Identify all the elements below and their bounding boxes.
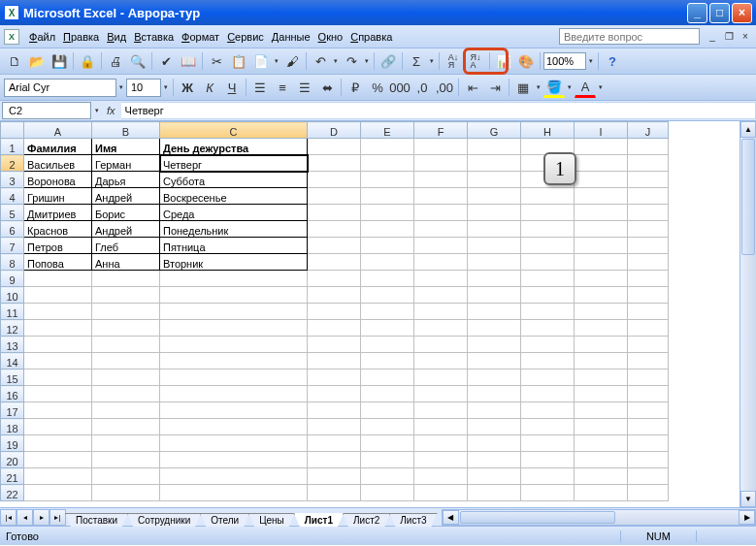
doc-close-button[interactable]: ×	[739, 30, 752, 44]
column-header-B[interactable]: B	[92, 122, 160, 139]
cell-D18[interactable]	[308, 419, 361, 435]
cell-D1[interactable]	[308, 139, 361, 155]
doc-minimize-button[interactable]: _	[706, 30, 719, 44]
formula-input[interactable]: Четверг	[121, 102, 756, 119]
cell-A13[interactable]	[24, 337, 92, 353]
font-size-box[interactable]: 10	[126, 79, 161, 97]
tab-nav-last[interactable]: ▸|	[49, 509, 66, 526]
cell-I16[interactable]	[575, 386, 628, 402]
column-header-H[interactable]: H	[521, 122, 575, 139]
cell-A14[interactable]	[24, 353, 92, 369]
cell-I11[interactable]	[575, 304, 628, 320]
cell-G13[interactable]	[468, 337, 521, 353]
row-header-7[interactable]: 7	[1, 238, 24, 254]
currency-button[interactable]: ₽	[345, 77, 366, 98]
cell-H10[interactable]	[521, 287, 575, 304]
zoom-dropdown[interactable]: ▾	[587, 57, 595, 65]
cell-I19[interactable]	[575, 435, 628, 452]
cell-A1[interactable]: Фамилия	[24, 139, 92, 155]
cell-E13[interactable]	[361, 337, 414, 353]
cell-I9[interactable]	[575, 271, 628, 287]
cell-J8[interactable]	[628, 254, 669, 271]
comma-button[interactable]: 000	[389, 77, 411, 98]
cell-B22[interactable]	[92, 485, 160, 501]
cell-F18[interactable]	[414, 419, 468, 435]
menu-правка[interactable]: Правка	[59, 29, 103, 45]
hscroll-thumb[interactable]	[460, 511, 615, 524]
cell-E9[interactable]	[361, 271, 414, 287]
cell-J3[interactable]	[628, 172, 669, 188]
cell-A21[interactable]	[24, 468, 92, 485]
print-preview-button[interactable]: 🔍	[127, 50, 148, 72]
cell-A11[interactable]	[24, 304, 92, 320]
cell-B17[interactable]	[92, 402, 160, 419]
cell-J11[interactable]	[628, 304, 669, 320]
cell-H21[interactable]	[521, 468, 575, 485]
tab-nav-prev[interactable]: ◂	[16, 509, 33, 526]
cell-J16[interactable]	[628, 386, 669, 402]
cell-E15[interactable]	[361, 369, 414, 386]
cell-E4[interactable]	[361, 188, 414, 205]
cell-C5[interactable]: Среда	[160, 205, 308, 221]
row-header-21[interactable]: 21	[1, 468, 24, 485]
cell-B13[interactable]	[92, 337, 160, 353]
column-header-D[interactable]: D	[308, 122, 361, 139]
cell-I4[interactable]	[575, 188, 628, 205]
row-header-14[interactable]: 14	[1, 353, 24, 369]
menu-данные[interactable]: Данные	[268, 29, 314, 45]
cell-H7[interactable]	[521, 238, 575, 254]
vscroll-thumb[interactable]	[741, 139, 755, 255]
cell-B5[interactable]: Борис	[92, 205, 160, 221]
cell-G3[interactable]	[468, 172, 521, 188]
cell-I8[interactable]	[575, 254, 628, 271]
cell-H8[interactable]	[521, 254, 575, 271]
borders-dropdown[interactable]: ▾	[535, 83, 542, 91]
cell-C11[interactable]	[160, 304, 308, 320]
italic-button[interactable]: К	[199, 77, 220, 98]
undo-dropdown[interactable]: ▾	[332, 57, 340, 65]
font-color-button[interactable]: A	[575, 77, 596, 98]
cell-A9[interactable]	[24, 271, 92, 287]
cell-E19[interactable]	[361, 435, 414, 452]
cell-A2[interactable]: Васильев	[24, 155, 92, 172]
cell-F5[interactable]	[414, 205, 468, 221]
scroll-up-button[interactable]: ▲	[740, 121, 756, 138]
format-painter-button[interactable]: 🖌	[281, 50, 303, 72]
menu-окно[interactable]: Окно	[314, 29, 347, 45]
cell-F2[interactable]	[414, 155, 468, 172]
cell-B6[interactable]: Андрей	[92, 221, 160, 238]
cell-B21[interactable]	[92, 468, 160, 485]
cell-E10[interactable]	[361, 287, 414, 304]
cell-B9[interactable]	[92, 271, 160, 287]
cell-I6[interactable]	[575, 221, 628, 238]
cell-J1[interactable]	[628, 139, 669, 155]
cell-C15[interactable]	[160, 369, 308, 386]
column-header-C[interactable]: C	[160, 122, 308, 139]
cell-H11[interactable]	[521, 304, 575, 320]
cell-F21[interactable]	[414, 468, 468, 485]
cell-G5[interactable]	[468, 205, 521, 221]
column-header-G[interactable]: G	[468, 122, 521, 139]
row-header-10[interactable]: 10	[1, 287, 24, 304]
column-header-E[interactable]: E	[361, 122, 414, 139]
sheet-tab-Отели[interactable]: Отели	[200, 513, 249, 527]
cell-B1[interactable]: Имя	[92, 139, 160, 155]
cell-C22[interactable]	[160, 485, 308, 501]
cell-J15[interactable]	[628, 369, 669, 386]
menu-файл[interactable]: Файл	[25, 29, 59, 45]
menu-вставка[interactable]: Вставка	[130, 29, 178, 45]
column-header-I[interactable]: I	[575, 122, 628, 139]
cell-J9[interactable]	[628, 271, 669, 287]
row-header-18[interactable]: 18	[1, 419, 24, 435]
cell-G20[interactable]	[468, 452, 521, 468]
maximize-button[interactable]: □	[709, 3, 730, 23]
cell-B11[interactable]	[92, 304, 160, 320]
ask-question-box[interactable]	[559, 28, 700, 45]
cell-G9[interactable]	[468, 271, 521, 287]
paste-dropdown[interactable]: ▾	[273, 57, 280, 65]
cell-D10[interactable]	[308, 287, 361, 304]
row-header-6[interactable]: 6	[1, 221, 24, 238]
cell-D20[interactable]	[308, 452, 361, 468]
cell-D3[interactable]	[308, 172, 361, 188]
cell-C6[interactable]: Понедельник	[160, 221, 308, 238]
